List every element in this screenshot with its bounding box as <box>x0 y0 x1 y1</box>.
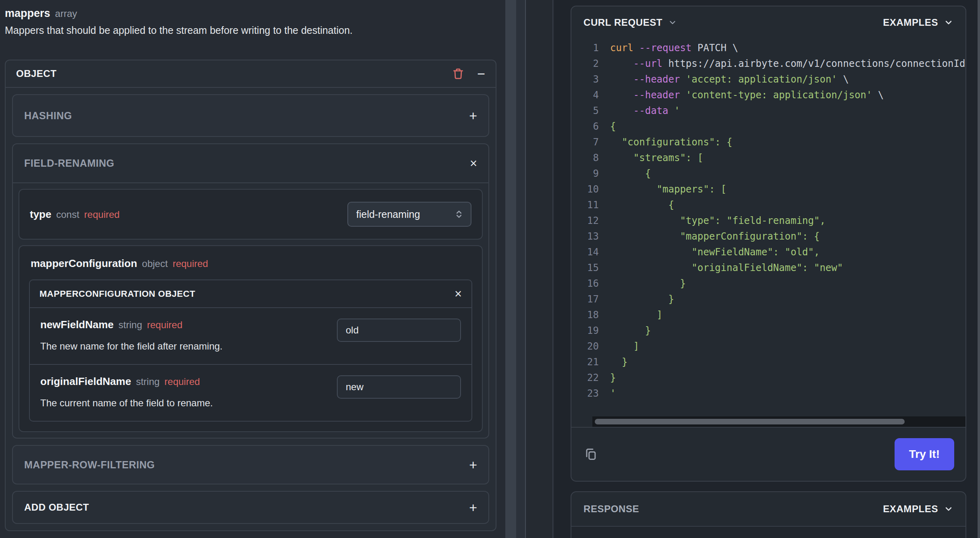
scrollbar-thumb[interactable] <box>595 419 905 424</box>
type-select[interactable]: field-renaming <box>347 202 471 227</box>
try-it-button[interactable]: Try It! <box>895 438 954 470</box>
code-column: CURL REQUEST EXAMPLES 1curl --request PA… <box>554 0 980 538</box>
code-line: 5 --data ' <box>571 103 965 119</box>
line-number: 9 <box>571 166 599 182</box>
delete-object-button[interactable] <box>451 67 465 81</box>
property-name: mappers <box>5 7 50 20</box>
section-mapper-row-filtering[interactable]: MAPPER-ROW-FILTERING + <box>12 445 489 484</box>
code-text: } <box>599 323 651 339</box>
plus-icon[interactable]: + <box>469 501 477 514</box>
line-number: 18 <box>571 307 599 323</box>
field-kind: string <box>118 319 142 331</box>
code-text: ] <box>599 339 639 354</box>
code-line: 22} <box>571 370 965 386</box>
property-type: array <box>55 8 77 19</box>
object-card-body: HASHING + FIELD-RENAMING × type const <box>6 88 496 530</box>
type-kind: const <box>56 209 79 220</box>
copy-icon <box>583 446 599 462</box>
select-chevrons-icon <box>454 209 464 219</box>
line-number: 14 <box>571 244 599 260</box>
code-text: { <box>599 166 651 182</box>
chevron-down-icon <box>944 18 953 27</box>
field-name: newFieldName <box>40 319 114 331</box>
code-text: } <box>599 370 616 386</box>
left-panel-scrollbar[interactable] <box>505 0 516 538</box>
trash-icon <box>451 67 465 81</box>
code-text: ] <box>599 307 662 323</box>
code-line: 17 } <box>571 292 965 307</box>
add-object-button[interactable]: ADD OBJECT + <box>12 491 489 524</box>
close-icon[interactable]: × <box>470 157 477 170</box>
line-number: 21 <box>571 354 599 370</box>
field-renaming-label: FIELD-RENAMING <box>24 157 114 169</box>
line-number: 16 <box>571 276 599 292</box>
code-line: 16 } <box>571 276 965 292</box>
code-text: } <box>599 276 686 292</box>
line-number: 12 <box>571 213 599 229</box>
line-number: 23 <box>571 386 599 401</box>
field-kind: string <box>136 376 160 387</box>
mapper-configuration-card-title: MAPPERCONFIGURATION OBJECT <box>39 289 195 299</box>
line-number: 1 <box>571 40 599 56</box>
field-name: originalFieldName <box>40 375 131 388</box>
code-lines: 1curl --request PATCH \2 --url https://a… <box>571 36 965 416</box>
code-text: { <box>599 197 674 213</box>
originalfieldname-input[interactable] <box>337 375 461 399</box>
line-number: 4 <box>571 87 599 103</box>
close-icon[interactable]: × <box>455 288 462 300</box>
code-line: 20 ] <box>571 339 965 354</box>
line-number: 17 <box>571 292 599 307</box>
line-number: 19 <box>571 323 599 339</box>
add-object-label: ADD OBJECT <box>24 502 89 513</box>
property-heading: mappers array <box>5 7 496 20</box>
code-line: 23' <box>571 386 965 401</box>
code-line: 14 "newFieldName": "old", <box>571 244 965 260</box>
mapper-configuration-name: mapperConfiguration <box>31 257 137 270</box>
curl-request-title: CURL REQUEST <box>583 17 662 28</box>
code-text: "configurations": { <box>599 134 732 150</box>
section-hashing[interactable]: HASHING + <box>12 94 489 137</box>
response-body <box>571 527 965 538</box>
code-line: 21 } <box>571 354 965 370</box>
field-row-newfieldname: newFieldName string required The new nam… <box>30 308 471 364</box>
code-line: 8 "streams": [ <box>571 150 965 166</box>
field-renaming-header[interactable]: FIELD-RENAMING × <box>13 144 488 183</box>
newfieldname-input[interactable] <box>337 319 461 342</box>
line-number: 15 <box>571 260 599 276</box>
mapper-configuration-heading: mapperConfiguration object required <box>31 257 472 270</box>
copy-code-button[interactable] <box>583 446 599 462</box>
examples-label: EXAMPLES <box>883 503 938 515</box>
code-horizontal-scrollbar[interactable] <box>592 416 965 427</box>
code-text: --url https://api.airbyte.com/v1/connect… <box>599 56 965 72</box>
code-line: 18 ] <box>571 307 965 323</box>
curl-request-footer: Try It! <box>571 427 965 481</box>
response-examples-dropdown[interactable]: EXAMPLES <box>883 503 953 515</box>
code-line: 19 } <box>571 323 965 339</box>
plus-icon[interactable]: + <box>469 458 477 472</box>
code-text: "originalFieldName": "new" <box>599 260 843 276</box>
collapse-object-button[interactable]: − <box>477 67 485 81</box>
code-line: 11 { <box>571 197 965 213</box>
examples-dropdown[interactable]: EXAMPLES <box>883 17 953 28</box>
code-line: 13 "mapperConfiguration": { <box>571 229 965 244</box>
response-header: RESPONSE EXAMPLES <box>571 492 965 527</box>
type-required-badge: required <box>84 209 120 220</box>
line-number: 11 <box>571 197 599 213</box>
window-scrollbar[interactable] <box>978 0 980 538</box>
code-text: "type": "field-renaming", <box>599 213 826 229</box>
code-text: --header 'accept: application/json' \ <box>599 72 849 87</box>
object-card-header: OBJECT − <box>6 60 496 88</box>
plus-icon[interactable]: + <box>469 109 477 122</box>
code-text: --header 'content-type: application/json… <box>599 87 884 103</box>
examples-label: EXAMPLES <box>883 17 938 28</box>
code-text: "mappers": [ <box>599 182 727 197</box>
code-line: 9 { <box>571 166 965 182</box>
schema-panel: mappers array Mappers that should be app… <box>0 0 505 538</box>
object-card-title: OBJECT <box>16 68 56 79</box>
line-number: 8 <box>571 150 599 166</box>
code-text: "mapperConfiguration": { <box>599 229 820 244</box>
curl-request-dropdown[interactable]: CURL REQUEST <box>583 17 677 28</box>
property-description: Mappers that should be applied to the st… <box>5 25 496 36</box>
mapper-configuration-card-header: MAPPERCONFIGURATION OBJECT × <box>30 280 471 308</box>
column-divider <box>527 0 553 538</box>
